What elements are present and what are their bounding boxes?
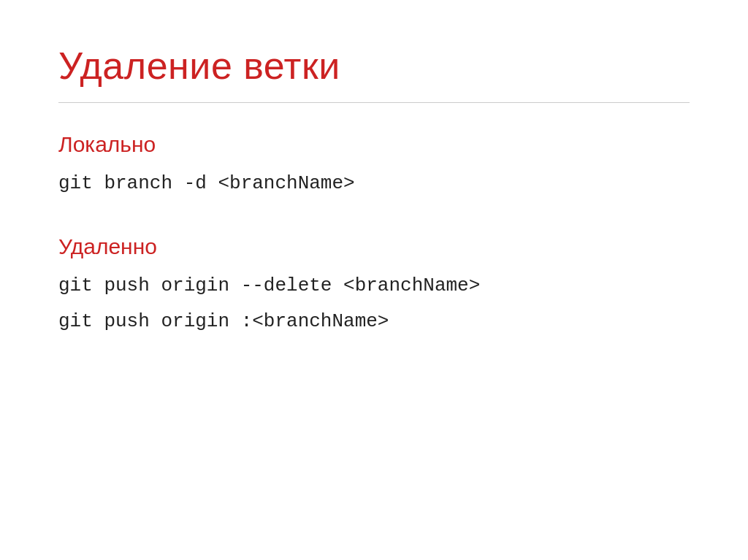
title-divider xyxy=(58,102,690,103)
code-remote-1: git push origin --delete <branchName> xyxy=(58,272,690,299)
slide-title: Удаление ветки xyxy=(58,44,690,88)
code-local-1: git branch -d <branchName> xyxy=(58,170,690,196)
section-local: Локально git branch -d <branchName> xyxy=(58,132,690,205)
section-local-heading: Локально xyxy=(58,132,690,157)
slide-container: Удаление ветки Локально git branch -d <b… xyxy=(0,0,748,560)
code-remote-2: git push origin :<branchName> xyxy=(58,308,690,334)
section-remote: Удаленно git push origin --delete <branc… xyxy=(58,234,690,343)
section-remote-heading: Удаленно xyxy=(58,234,690,259)
